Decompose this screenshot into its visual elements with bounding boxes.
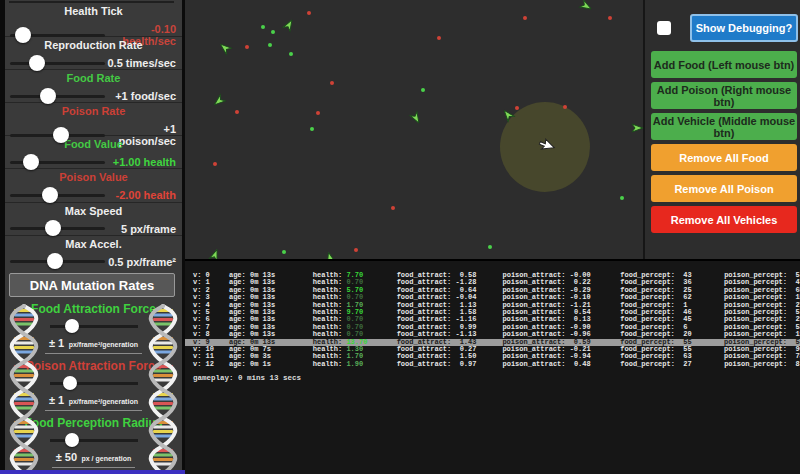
food-value-slider-thumb[interactable]: [23, 154, 39, 170]
vehicle-icon: [207, 247, 222, 259]
health-tick-label: Health Tick: [5, 5, 182, 17]
vehicle-icon: [217, 40, 234, 57]
vehicle-icon: [211, 93, 228, 110]
food-value-slider[interactable]: [10, 161, 105, 164]
poison-value-label: Poison Value: [5, 171, 182, 183]
max-accel-value: 0.5 px/frame²: [105, 256, 182, 268]
slider-row-food-rate: Food Rate +1 food/sec: [5, 69, 182, 102]
poison-dot: [213, 162, 217, 166]
debug-row: Show Debugging?: [657, 14, 800, 42]
food-rate-slider-thumb[interactable]: [40, 88, 56, 104]
dna-mutation-rates-header: DNA Mutation Rates: [9, 273, 175, 297]
vehicle-stat-row: v: 3age: 0m 13shealth: 0.70food_attract:…: [185, 294, 800, 301]
food-dot: [271, 30, 275, 34]
bottom-accent-bar: [0, 470, 185, 474]
poison-attraction-force-slider[interactable]: [50, 382, 138, 385]
food-dot: [289, 52, 293, 56]
poison-dot: [523, 16, 527, 20]
poison-rate-label: Poison Rate: [5, 105, 182, 117]
poison-dot: [245, 45, 249, 49]
vehicle-stat-row: v: 1age: 0m 13shealth: 0.70food_attract:…: [185, 279, 800, 286]
vehicle-stat-row: v: 6age: 0m 13shealth: 0.70food_attract:…: [185, 316, 800, 323]
food-perception-radius-slider[interactable]: [50, 439, 138, 442]
debug-checkbox[interactable]: [657, 21, 671, 35]
food-dot: [488, 245, 492, 249]
remove-all-food-button[interactable]: Remove All Food: [651, 144, 797, 171]
poison-value-slider[interactable]: [10, 194, 105, 197]
actions-panel: Show Debugging? Add Food (Left mouse btn…: [643, 0, 800, 259]
food-attraction-force-slider-thumb[interactable]: [65, 319, 79, 333]
food-attraction-force-mutation-amount: ± 1 px/frame²/generation: [45, 333, 142, 354]
food-dot: [421, 88, 425, 92]
poison-dot: [330, 81, 334, 85]
max-speed-label: Max Speed: [5, 205, 182, 217]
slider-row-max-accel: Max Accel. 0.5 px/frame²: [5, 235, 182, 268]
poison-dot: [235, 110, 239, 114]
vehicle-stat-row: v: 10age: 0m 7shealth: 1.30food_attract:…: [185, 346, 800, 353]
poison-dot: [307, 11, 311, 15]
food-value-value: +1.00 health: [105, 156, 182, 168]
poison-rate-slider[interactable]: [10, 134, 105, 137]
add-poison-button[interactable]: Add Poison (Right mouse btn): [651, 82, 797, 109]
vehicle-stat-row: v: 11age: 0m 3shealth: 1.70food_attract:…: [185, 353, 800, 360]
poison-dot: [354, 248, 358, 252]
vehicle-stat-row: v: 4age: 0m 13shealth: 1.70food_attract:…: [185, 302, 800, 309]
food-dot: [620, 196, 624, 200]
health-tick-slider-thumb[interactable]: [15, 27, 31, 43]
vehicle-stat-row: v: 5age: 0m 13shealth: 9.70food_attract:…: [185, 309, 800, 316]
food-dot: [261, 25, 265, 29]
max-accel-label: Max Accel.: [5, 238, 182, 250]
poison-rate-slider-thumb[interactable]: [53, 127, 69, 143]
max-speed-slider[interactable]: [10, 227, 105, 230]
vehicle-icon: [631, 122, 643, 134]
food-rate-value: +1 food/sec: [105, 90, 182, 102]
poison-dot: [563, 105, 567, 109]
poison-value-slider-thumb[interactable]: [42, 187, 58, 203]
add-food-button[interactable]: Add Food (Left mouse btn): [651, 51, 797, 78]
food-perception-radius-mutation-amount: ± 50 px / generation: [52, 447, 136, 468]
food-attraction-force-slider[interactable]: [50, 325, 138, 328]
dna-panel: Food Attraction Force ± 1 px/frame²/gene…: [5, 303, 182, 474]
simulation-canvas[interactable]: [185, 0, 643, 259]
vehicle-icon: [281, 17, 297, 33]
slider-row-max-speed: Max Speed 5 px/frame: [5, 202, 182, 235]
poison-dot: [608, 16, 612, 20]
vehicle-icon: [578, 0, 594, 14]
vehicle-stat-row: v: 9age: 0m 13shealth: 13.70food_attract…: [185, 339, 800, 346]
slider-row-poison-rate: Poison Rate +1 poison/sec: [5, 102, 182, 135]
vehicle-stat-row: v: 7age: 0m 13shealth: 0.70food_attract:…: [185, 324, 800, 331]
vehicle-stat-row: v: 12age: 0m 1shealth: 1.90food_attract:…: [185, 361, 800, 368]
slider-row-health-tick: Health Tick -0.10 health/sec: [5, 3, 182, 36]
max-accel-slider-thumb[interactable]: [47, 253, 63, 269]
slider-rows: Health Tick -0.10 health/sec Reproductio…: [5, 3, 182, 268]
remove-all-poison-button[interactable]: Remove All Poison: [651, 175, 797, 202]
health-tick-slider[interactable]: [10, 34, 105, 37]
poison-dot: [515, 106, 519, 110]
remove-all-vehicles-button[interactable]: Remove All Vehicles: [651, 206, 797, 233]
food-perception-radius-slider-thumb[interactable]: [65, 433, 79, 447]
add-vehicle-button[interactable]: Add Vehicle (Middle mouse btn): [651, 113, 797, 140]
vehicle-stat-row: v: 2age: 0m 13shealth: 5.70food_attract:…: [185, 287, 800, 294]
vehicle-stat-row: v: 8age: 0m 13shealth: 0.70food_attract:…: [185, 331, 800, 338]
poison-dot: [437, 36, 441, 40]
food-rate-slider[interactable]: [10, 95, 105, 98]
poison-attraction-force-mutation-amount: ± 1 px/frame²/generation: [45, 390, 142, 411]
evolution-simulator-app: Health Tick -0.10 health/sec Reproductio…: [0, 0, 800, 474]
dna-helix-left-graphic: [5, 303, 43, 474]
max-speed-slider-thumb[interactable]: [45, 220, 61, 236]
reproduction-rate-value: 0.5 times/sec: [105, 57, 182, 69]
vehicle-icon: [323, 251, 338, 259]
poison-value-value: -2.00 health: [105, 189, 182, 201]
vehicle-icon: [408, 110, 424, 126]
vehicle-stats-console: v: 0age: 0m 13shealth: 7.70food_attract:…: [185, 259, 800, 474]
poison-attraction-force-slider-thumb[interactable]: [63, 376, 77, 390]
show-debugging-button[interactable]: Show Debugging?: [690, 14, 798, 42]
dna-helix-right-graphic: [144, 303, 182, 474]
reproduction-rate-slider-thumb[interactable]: [29, 55, 45, 71]
reproduction-rate-slider[interactable]: [10, 62, 105, 65]
poison-dot: [391, 206, 395, 210]
food-dot: [268, 43, 272, 47]
food-dot: [282, 250, 286, 254]
max-accel-slider[interactable]: [10, 260, 105, 263]
gameplay-time: gameplay: 0 mins 13 secs: [193, 374, 800, 382]
